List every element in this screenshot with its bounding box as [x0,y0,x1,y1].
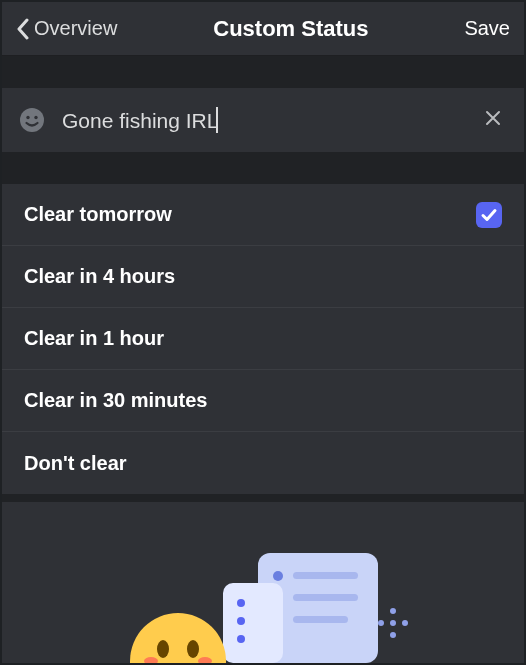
svg-point-19 [390,620,396,626]
back-label: Overview [34,17,117,40]
section-gap [2,152,524,184]
smile-icon [19,107,45,133]
svg-point-22 [390,608,396,614]
back-button[interactable]: Overview [16,17,117,40]
option-clear-30-min[interactable]: Clear in 30 minutes [2,370,524,432]
svg-point-2 [34,116,37,119]
section-gap [2,494,524,502]
svg-point-20 [378,620,384,626]
svg-point-13 [237,635,245,643]
svg-point-23 [390,632,396,638]
option-label: Clear in 4 hours [24,265,175,288]
check-icon [480,206,498,224]
option-label: Clear in 30 minutes [24,389,207,412]
svg-point-4 [273,571,283,581]
status-input-row: Gone fishing IRL [2,88,524,152]
svg-rect-10 [223,583,283,663]
svg-point-0 [20,108,44,132]
svg-point-12 [237,617,245,625]
save-button[interactable]: Save [464,17,510,40]
status-input[interactable]: Gone fishing IRL [62,107,478,133]
option-label: Clear tomorrow [24,203,172,226]
chevron-left-icon [16,18,30,40]
svg-rect-8 [293,594,358,601]
section-gap [2,56,524,88]
option-clear-4-hours[interactable]: Clear in 4 hours [2,246,524,308]
option-label: Don't clear [24,452,127,475]
option-checkmark [476,202,502,228]
svg-rect-7 [293,572,358,579]
svg-point-14 [130,613,226,663]
svg-rect-9 [293,616,348,623]
svg-point-21 [402,620,408,626]
clear-options-list: Clear tomorrow Clear in 4 hours Clear in… [2,184,524,494]
clear-input-button[interactable] [478,103,508,137]
page-title: Custom Status [213,16,368,42]
text-caret [216,107,218,133]
illustration [2,510,524,663]
option-clear-tomorrow[interactable]: Clear tomorrow [2,184,524,246]
svg-point-11 [237,599,245,607]
close-icon [484,109,502,127]
status-text-value: Gone fishing IRL [62,109,218,132]
option-label: Clear in 1 hour [24,327,164,350]
svg-point-16 [187,640,199,658]
option-dont-clear[interactable]: Don't clear [2,432,524,494]
svg-point-15 [157,640,169,658]
emoji-picker-button[interactable] [18,106,46,134]
option-clear-1-hour[interactable]: Clear in 1 hour [2,308,524,370]
svg-point-1 [26,116,29,119]
nav-bar: Overview Custom Status Save [2,2,524,56]
